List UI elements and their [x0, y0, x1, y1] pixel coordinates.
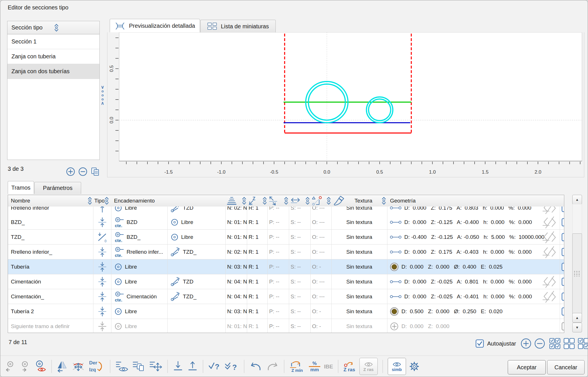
column-header-s[interactable]	[289, 195, 311, 207]
cell-encadenamiento-1[interactable]: cte.BZD	[111, 215, 168, 230]
cell-nombre[interactable]: Tubería 2	[8, 304, 93, 319]
cell-textura[interactable]: Sin textura	[331, 289, 387, 304]
slope-edit-icon[interactable]	[541, 215, 558, 229]
settings-button[interactable]	[410, 362, 419, 371]
cell-geometria[interactable]: D: 0.000 Z: 0.175 A: -0.403 h: 0.000 %: …	[387, 245, 560, 259]
add-tramo-button[interactable]	[521, 338, 531, 349]
cell-encadenamiento-2[interactable]: TZD_	[167, 289, 226, 304]
cell-nivel[interactable]: N: 02: N	[225, 207, 247, 215]
cell-encadenamiento-1[interactable]: cte.Rrelleno infer...	[111, 245, 168, 259]
cell-geometria[interactable]: D: 0.500 Z: 0.000 Ø: 0.250 E: 0.020	[387, 304, 560, 319]
cell-repeticion[interactable]: R: 1	[247, 230, 268, 245]
validate-button[interactable]: ?	[208, 361, 221, 372]
cell-nombre[interactable]: Cimentación	[8, 274, 93, 289]
cell-repeticion[interactable]: R: 1	[247, 289, 268, 304]
cell-tipo[interactable]	[93, 259, 111, 274]
cell-s[interactable]: S: --	[289, 259, 311, 274]
cell-nivel[interactable]: N: 04: N	[225, 274, 247, 289]
cell-textura[interactable]: Sin textura	[331, 319, 387, 333]
cell-select[interactable]	[560, 230, 564, 245]
pct-mm-button[interactable]: %mm	[309, 361, 320, 372]
row-checkbox[interactable]	[561, 207, 564, 213]
section-list-header[interactable]: Sección tipo	[7, 21, 99, 34]
cell-select[interactable]	[560, 245, 564, 259]
cell-p[interactable]: P: --	[267, 245, 289, 259]
z-ras-visibility-button[interactable]: Z ras	[359, 358, 378, 375]
cell-encadenamiento-2[interactable]	[167, 319, 226, 333]
tab-previsualizacion-detallada[interactable]: Previsualización detallada	[110, 19, 200, 33]
view-section-button[interactable]	[35, 360, 47, 372]
cell-o[interactable]: O: -	[310, 259, 332, 274]
cell-p[interactable]: P: --	[267, 274, 289, 289]
cell-repeticion[interactable]: R: 1	[247, 259, 268, 274]
cell-nombre[interactable]: Tubería	[8, 259, 93, 274]
row-checkbox[interactable]	[561, 218, 564, 227]
remove-tramo-button[interactable]	[534, 338, 545, 349]
cell-s[interactable]: S: --	[289, 319, 311, 333]
section-list-item[interactable]: Sección 1	[7, 34, 99, 49]
z-min-button[interactable]: IIZ mín	[289, 361, 305, 372]
section-list-item[interactable]: Zanja con dos tuberías	[7, 64, 99, 79]
table-row[interactable]: Cimentación_cte.CimentaciónTZD_N: 04: NR…	[8, 289, 564, 304]
cell-tipo[interactable]	[93, 304, 111, 319]
cell-textura[interactable]: Sin textura	[331, 215, 387, 230]
mirror-section-button[interactable]	[57, 360, 68, 372]
cell-nombre[interactable]: BZD_	[8, 215, 93, 230]
cell-select[interactable]	[560, 289, 564, 304]
row-checkbox[interactable]	[561, 247, 564, 257]
cell-encadenamiento-1[interactable]: Libre	[111, 259, 168, 274]
cell-select[interactable]	[560, 259, 564, 274]
cell-repeticion[interactable]: R: 1	[247, 245, 268, 259]
cell-nivel[interactable]: N: 04: N	[225, 289, 247, 304]
autoajustar-checkbox[interactable]	[475, 339, 484, 348]
cell-select[interactable]	[560, 319, 564, 333]
move-tramos-button[interactable]	[149, 360, 163, 372]
cell-p[interactable]: P: --	[267, 230, 289, 245]
table-row[interactable]: Tubería 2LibreN: 03: NR: 1P: --S: --O: -…	[8, 304, 564, 319]
cell-repeticion[interactable]: R: 1	[247, 215, 268, 230]
cell-repeticion[interactable]: R: 1	[247, 274, 268, 289]
slope-edit-icon[interactable]	[541, 290, 558, 303]
cell-select[interactable]	[560, 207, 564, 215]
slope-edit-icon[interactable]	[541, 207, 558, 215]
column-header-geometria[interactable]: Geometría	[387, 195, 560, 207]
copy-section-button[interactable]	[91, 167, 100, 176]
cell-tipo[interactable]	[93, 289, 111, 304]
cell-geometria[interactable]: D: 0.000 Z: -0.025 A: -0.401 h: 0.000 %:…	[387, 289, 560, 304]
cell-textura[interactable]: Sin textura	[331, 230, 387, 245]
cell-textura[interactable]: Sin textura	[331, 274, 387, 289]
table-row[interactable]: CimentaciónLibreTZDN: 04: NR: 1P: --S: -…	[8, 274, 564, 289]
tab-tramos[interactable]: Tramos	[8, 181, 34, 194]
column-header-nivel[interactable]	[225, 195, 247, 207]
cell-encadenamiento-1[interactable]: cte.Cimentación	[111, 289, 168, 304]
cell-nivel[interactable]: N: 01: N	[225, 230, 247, 245]
cell-o[interactable]: O: ---	[310, 207, 332, 215]
cell-geometria[interactable]: D: -0.400 Z: -0.125 A: -0.050 h: 5.000 %…	[387, 230, 560, 245]
row-checkbox[interactable]	[561, 277, 564, 286]
column-header-p[interactable]	[267, 195, 289, 207]
section-pager-control[interactable]: ∨ooo∧	[101, 85, 104, 105]
cell-nombre[interactable]: Rrelleno inferior	[8, 207, 93, 215]
cell-textura[interactable]: Sin textura	[331, 259, 387, 274]
cell-nivel[interactable]: N: 03: N	[225, 259, 247, 274]
cell-geometria[interactable]: D: 0.000 Z: 0.000	[387, 319, 560, 333]
remove-section-button[interactable]	[78, 167, 87, 176]
cell-s[interactable]: S: --	[289, 245, 311, 259]
column-header-tipo[interactable]: Tipo	[93, 195, 111, 207]
z-ras-button[interactable]: Z ras	[343, 361, 356, 372]
move-section-button[interactable]	[72, 360, 85, 372]
cell-o[interactable]: O: ---	[310, 245, 332, 259]
cell-p[interactable]: P: --	[267, 304, 289, 319]
cell-geometria[interactable]: D: 0.000 Z: -0.025 A: 0.801 h: 0.000 %: …	[387, 274, 560, 289]
row-checkbox[interactable]	[561, 322, 564, 331]
simbology-button[interactable]: simb	[388, 358, 406, 375]
cell-tipo[interactable]: 0	[93, 230, 111, 245]
section-preview-chart[interactable]: -1.5-1.0-0.50.00.51.01.52.00.50.0	[107, 32, 584, 177]
cell-repeticion[interactable]: R: 1	[247, 207, 268, 215]
cell-s[interactable]: S: --	[289, 274, 311, 289]
column-header-z[interactable]: Z	[247, 195, 268, 207]
column-header-encadenamiento[interactable]: Encadenamiento	[111, 195, 226, 207]
cell-o[interactable]: O: ---	[310, 274, 332, 289]
cell-s[interactable]: S: --	[289, 215, 311, 230]
cell-encadenamiento-1[interactable]: cte.BZD_	[111, 230, 168, 245]
